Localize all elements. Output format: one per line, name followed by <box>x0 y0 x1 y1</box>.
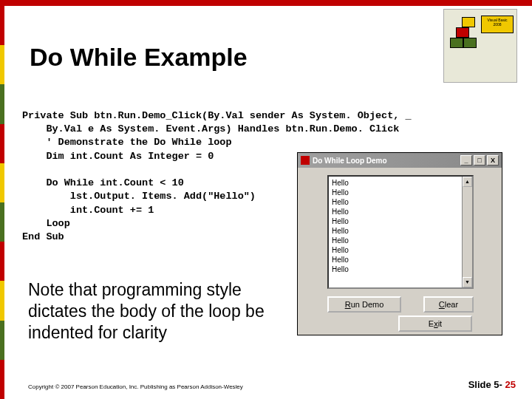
window-titlebar[interactable]: Do While Loop Demo _ □ X <box>298 153 502 168</box>
list-item: Hello <box>332 207 469 216</box>
app-icon <box>301 156 310 165</box>
exit-button[interactable]: Exit <box>398 316 472 332</box>
book-cover-logo: Visual Basic2008 <box>443 9 517 83</box>
note-text: Note that programming style dictates the… <box>28 279 294 343</box>
maximize-button[interactable]: □ <box>474 155 485 166</box>
clear-button[interactable]: Clear <box>423 296 474 313</box>
list-item: Hello <box>332 188 469 197</box>
output-listbox[interactable]: Hello Hello Hello Hello Hello Hello Hell… <box>327 175 474 289</box>
left-stripe <box>0 6 4 399</box>
list-item: Hello <box>332 265 469 274</box>
list-item: Hello <box>332 226 469 236</box>
list-item: Hello <box>332 255 469 265</box>
copyright-text: Copyright © 2007 Pearson Education, Inc.… <box>28 383 243 390</box>
scroll-up-icon[interactable]: ▲ <box>463 177 472 187</box>
top-bar <box>0 0 532 6</box>
exit-label: it <box>438 319 443 328</box>
window-title: Do While Loop Demo <box>313 157 387 165</box>
list-item: Hello <box>332 216 469 226</box>
scroll-down-icon[interactable]: ▼ <box>463 277 472 287</box>
slide-title: Do While Example <box>30 43 248 72</box>
clear-label: lear <box>445 300 458 309</box>
list-item: Hello <box>332 236 469 245</box>
list-item: Hello <box>332 178 469 188</box>
scrollbar[interactable]: ▲ ▼ <box>462 177 472 287</box>
slide-number: Slide 5- 25 <box>468 379 516 390</box>
run-label: un Demo <box>351 300 384 309</box>
list-item: Hello <box>332 197 469 207</box>
list-item: Hello <box>332 245 469 255</box>
demo-window: Do While Loop Demo _ □ X Hello Hello Hel… <box>297 152 502 335</box>
run-demo-button[interactable]: Run Demo <box>327 296 401 313</box>
minimize-button[interactable]: _ <box>460 155 472 166</box>
close-button[interactable]: X <box>487 155 499 166</box>
